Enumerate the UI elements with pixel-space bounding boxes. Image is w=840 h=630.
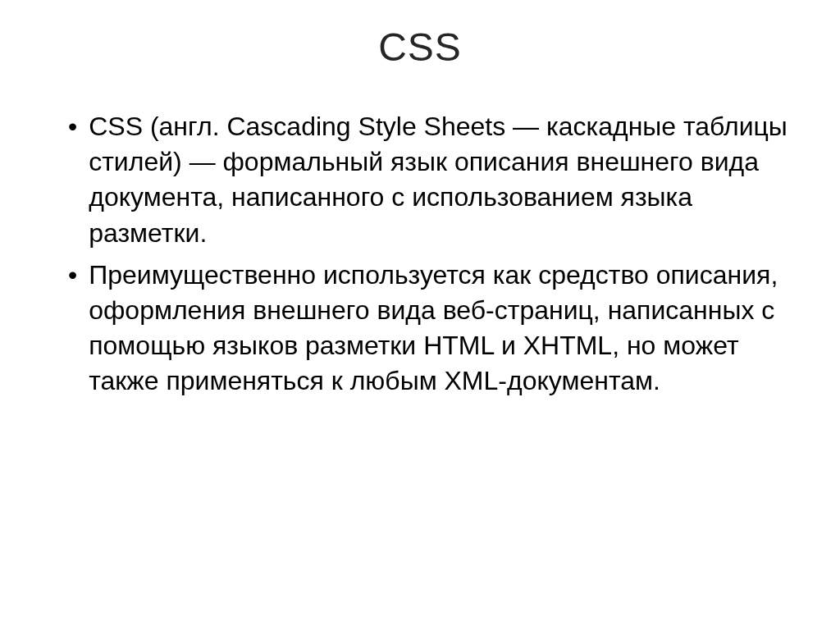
bullet-marker: • xyxy=(68,109,77,144)
slide-content: • CSS (англ. Cascading Style Sheets — ка… xyxy=(45,109,795,399)
list-item: • Преимущественно используется как средс… xyxy=(68,258,795,399)
slide-title: CSS xyxy=(45,25,795,70)
bullet-text: Преимущественно используется как средств… xyxy=(89,258,795,399)
bullet-marker: • xyxy=(68,258,77,293)
bullet-text: CSS (англ. Cascading Style Sheets — каск… xyxy=(89,109,795,251)
list-item: • CSS (англ. Cascading Style Sheets — ка… xyxy=(68,109,795,251)
